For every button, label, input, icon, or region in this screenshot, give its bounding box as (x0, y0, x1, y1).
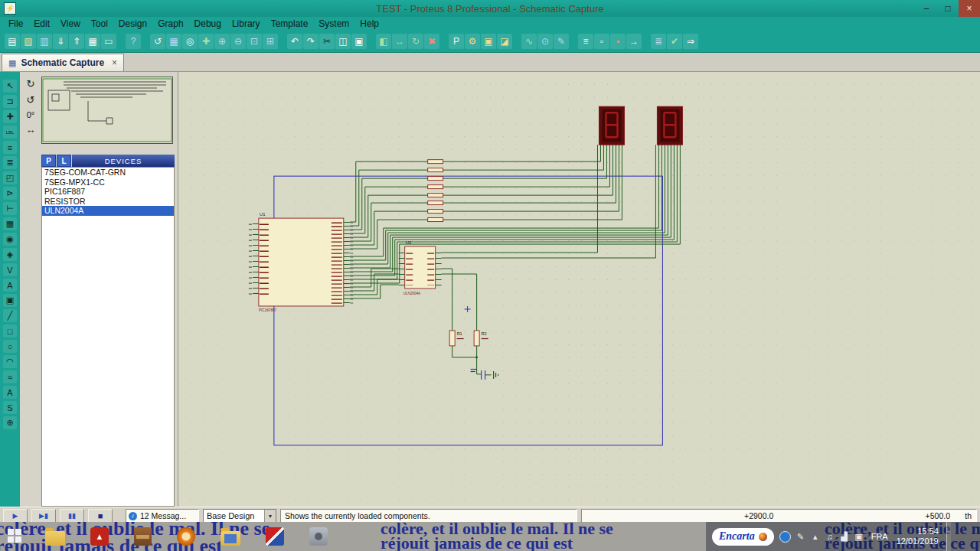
rotate-anticlockwise-icon[interactable]: ↺ (27, 94, 35, 106)
block-rotate-icon[interactable]: ↻ (408, 34, 423, 49)
junction-dot-mode-icon[interactable]: ✚ (3, 110, 17, 123)
resistor-network[interactable] (428, 160, 443, 222)
2d-arc-mode-icon[interactable]: ◠ (3, 355, 17, 368)
wire-label-mode-icon[interactable]: LBL (3, 126, 17, 139)
new-sheet-icon[interactable]: ▫ (594, 34, 609, 49)
cut-icon[interactable]: ✂ (319, 34, 335, 49)
menu-edit[interactable]: Edit (28, 17, 55, 31)
make-device-icon[interactable]: ⚙ (465, 34, 480, 49)
hidden-icons-chevron[interactable]: ▴ (811, 532, 820, 542)
block-copy-icon[interactable]: ◧ (376, 34, 391, 49)
redraw-icon[interactable]: ↺ (150, 34, 165, 49)
generator-mode-icon[interactable]: ◈ (3, 248, 17, 261)
save-project-icon[interactable]: ▥ (37, 34, 52, 49)
library-manager-button[interactable]: L (57, 155, 71, 167)
2d-text-mode-icon[interactable]: A (3, 386, 17, 399)
device-list-item[interactable]: 7SEG-MPX1-CC (42, 178, 174, 187)
export-section-icon[interactable]: ⇑ (69, 34, 84, 49)
grid-toggle-icon[interactable]: ▦ (166, 34, 181, 49)
device-list-item[interactable]: RESISTOR (42, 197, 174, 207)
show-desktop-button[interactable] (946, 522, 951, 551)
copy-icon[interactable]: ◫ (335, 34, 351, 49)
simulation-play-button[interactable]: ▶ (3, 509, 28, 523)
component-mode-icon[interactable]: ⊐ (3, 95, 17, 108)
block-move-icon[interactable]: ↔ (392, 34, 407, 49)
wires-u2-outputs[interactable] (442, 145, 656, 331)
goto-sheet-icon[interactable]: → (626, 34, 642, 49)
power-icon[interactable]: ▣ (854, 532, 864, 542)
marker-mode-icon[interactable]: ⊕ (3, 416, 17, 429)
seven-seg-display-1[interactable] (599, 106, 624, 145)
utility-app-icon[interactable] (309, 527, 328, 546)
mplab-ide-icon[interactable] (266, 527, 284, 546)
2d-line-mode-icon[interactable]: ╱ (3, 309, 17, 322)
taskbar-clock[interactable]: 15:54 12/01/2019 (897, 527, 939, 546)
design-explorer-icon[interactable]: ≡ (578, 34, 593, 49)
simulation-pause-button[interactable]: ▮▮ (60, 509, 84, 523)
device-list-item[interactable]: 7SEG-COM-CAT-GRN (42, 168, 174, 178)
tab-schematic-capture[interactable]: ▦ Schematic Capture × (2, 54, 124, 71)
media-player-icon[interactable] (177, 527, 195, 546)
search-tag-icon[interactable]: ⊙ (537, 34, 553, 49)
network-signal-icon[interactable]: ▟ (840, 532, 849, 542)
packaging-tool-icon[interactable]: ▣ (481, 34, 496, 49)
menu-view[interactable]: View (55, 17, 86, 31)
seven-seg-display-2[interactable] (657, 106, 682, 145)
mirror-horizontal-icon[interactable]: ↔ (26, 124, 36, 135)
overview-minimap[interactable] (41, 77, 173, 144)
zoom-in-icon[interactable]: ⊕ (214, 34, 230, 49)
menu-help[interactable]: Help (354, 17, 384, 31)
wires-u1-to-resistors[interactable] (350, 161, 428, 249)
pan-icon[interactable]: ✚ (198, 34, 214, 49)
rotate-clockwise-icon[interactable]: ↻ (27, 78, 35, 90)
text-script-mode-icon[interactable]: ≡ (3, 141, 17, 154)
undo-icon[interactable]: ↶ (287, 34, 302, 49)
tape-recorder-mode-icon[interactable]: ◉ (3, 233, 17, 246)
wire-autorouter-icon[interactable]: ∿ (521, 34, 537, 49)
tab-close-icon[interactable]: × (112, 57, 117, 68)
mark-output-area-icon[interactable]: ▭ (101, 34, 116, 49)
resistor-r2[interactable]: R2 (474, 331, 488, 346)
resistor-r1[interactable]: R1 (449, 331, 463, 346)
volume-icon[interactable]: ♫ (825, 532, 835, 541)
simulation-step-button[interactable]: ▶▮ (31, 509, 56, 523)
graph-mode-icon[interactable]: ▦ (3, 217, 17, 230)
start-button[interactable] (8, 529, 23, 544)
menu-system[interactable]: System (313, 17, 354, 31)
2d-path-mode-icon[interactable]: ≈ (3, 370, 17, 383)
device-list-item[interactable]: PIC16F887 (42, 187, 174, 197)
schematic-editor-canvas[interactable]: U1 PIC16F887 (178, 72, 980, 507)
bill-of-materials-icon[interactable]: ≣ (651, 34, 666, 49)
wires-resistors-to-display1[interactable] (443, 145, 622, 220)
u1-pic16f887-chip[interactable]: U1 PIC16F887 (250, 212, 351, 312)
archive-app-icon[interactable] (134, 527, 152, 546)
zoom-all-icon[interactable]: ⊡ (247, 34, 262, 49)
zoom-area-icon[interactable]: ⊞ (263, 34, 278, 49)
file-explorer-icon[interactable] (45, 531, 65, 546)
netlist-transfer-icon[interactable]: ⇒ (683, 34, 698, 49)
documents-folder-icon[interactable] (220, 531, 240, 546)
paste-icon[interactable]: ▣ (351, 34, 367, 49)
subcircuit-mode-icon[interactable]: ◰ (3, 171, 17, 184)
2d-symbol-mode-icon[interactable]: S (3, 401, 17, 414)
menu-graph[interactable]: Graph (152, 17, 188, 31)
sheet-selector-dropdown[interactable]: Base Design ▼ (203, 509, 276, 523)
virtual-instruments-mode-icon[interactable]: ▣ (3, 294, 17, 307)
menu-debug[interactable]: Debug (189, 17, 227, 31)
new-project-icon[interactable]: ▤ (5, 34, 20, 49)
current-probe-mode-icon[interactable]: A (3, 279, 17, 292)
erc-check-icon[interactable]: ✔ (667, 34, 682, 49)
pen-input-icon[interactable]: ✎ (796, 532, 805, 542)
open-project-icon[interactable]: ▧ (21, 34, 36, 49)
menu-tool[interactable]: Tool (86, 17, 113, 31)
property-assignment-icon[interactable]: ✎ (554, 34, 569, 49)
block-delete-icon[interactable]: ✖ (424, 34, 439, 49)
message-panel[interactable]: i 12 Messag... (126, 509, 199, 523)
false-origin-icon[interactable]: ◎ (182, 34, 198, 49)
device-pin-mode-icon[interactable]: ⊢ (3, 202, 17, 215)
redo-icon[interactable]: ↷ (303, 34, 318, 49)
simulation-stop-button[interactable]: ■ (88, 509, 113, 523)
2d-box-mode-icon[interactable]: □ (3, 324, 17, 337)
remove-sheet-icon[interactable]: ▪ (610, 34, 626, 49)
encarta-search-icon[interactable] (779, 531, 791, 543)
